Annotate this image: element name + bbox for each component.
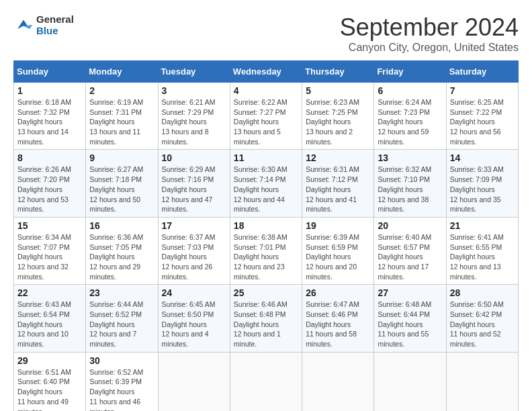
day-cell: 6 Sunrise: 6:24 AM Sunset: 7:23 PM Dayli… [374, 83, 446, 150]
day-info: Sunrise: 6:52 AM Sunset: 6:39 PM Dayligh… [89, 367, 154, 411]
day-number: 12 [306, 152, 370, 163]
day-cell [230, 352, 302, 411]
day-info: Sunrise: 6:19 AM Sunset: 7:31 PM Dayligh… [89, 97, 154, 146]
day-number: 28 [450, 287, 515, 298]
day-info: Sunrise: 6:29 AM Sunset: 7:16 PM Dayligh… [162, 165, 226, 214]
day-number: 25 [234, 287, 298, 298]
day-number: 19 [306, 220, 370, 231]
day-cell: 5 Sunrise: 6:23 AM Sunset: 7:25 PM Dayli… [302, 83, 374, 150]
weekday-header-row: Sunday Monday Tuesday Wednesday Thursday… [14, 61, 519, 83]
day-info: Sunrise: 6:25 AM Sunset: 7:22 PM Dayligh… [450, 97, 515, 146]
day-cell: 12 Sunrise: 6:31 AM Sunset: 7:12 PM Dayl… [302, 150, 374, 217]
day-number: 4 [234, 85, 298, 96]
day-cell: 16 Sunrise: 6:36 AM Sunset: 7:05 PM Dayl… [86, 217, 158, 284]
day-cell: 17 Sunrise: 6:37 AM Sunset: 7:03 PM Dayl… [158, 217, 230, 284]
day-number: 17 [162, 220, 226, 231]
day-info: Sunrise: 6:47 AM Sunset: 6:46 PM Dayligh… [306, 300, 370, 349]
day-number: 20 [378, 220, 442, 231]
day-info: Sunrise: 6:24 AM Sunset: 7:23 PM Dayligh… [378, 97, 442, 146]
day-info: Sunrise: 6:30 AM Sunset: 7:14 PM Dayligh… [234, 165, 298, 214]
day-cell: 29 Sunrise: 6:51 AM Sunset: 6:40 PM Dayl… [14, 352, 86, 411]
day-info: Sunrise: 6:31 AM Sunset: 7:12 PM Dayligh… [306, 165, 370, 214]
day-cell: 24 Sunrise: 6:45 AM Sunset: 6:50 PM Dayl… [158, 285, 230, 352]
day-info: Sunrise: 6:36 AM Sunset: 7:05 PM Dayligh… [89, 232, 154, 281]
day-cell: 4 Sunrise: 6:22 AM Sunset: 7:27 PM Dayli… [230, 83, 302, 150]
header-sunday: Sunday [14, 61, 86, 83]
calendar-table: Sunday Monday Tuesday Wednesday Thursday… [13, 60, 519, 411]
day-info: Sunrise: 6:45 AM Sunset: 6:50 PM Dayligh… [162, 300, 226, 349]
day-info: Sunrise: 6:48 AM Sunset: 6:44 PM Dayligh… [378, 300, 442, 349]
day-cell [446, 352, 518, 411]
week-row-4: 22 Sunrise: 6:43 AM Sunset: 6:54 PM Dayl… [14, 285, 519, 352]
day-number: 3 [162, 85, 226, 96]
day-cell: 11 Sunrise: 6:30 AM Sunset: 7:14 PM Dayl… [230, 150, 302, 217]
day-number: 11 [234, 152, 298, 163]
day-cell [302, 352, 374, 411]
day-info: Sunrise: 6:41 AM Sunset: 6:55 PM Dayligh… [450, 232, 515, 281]
logo-general-text: General [36, 13, 74, 25]
day-cell: 1 Sunrise: 6:18 AM Sunset: 7:32 PM Dayli… [14, 83, 86, 150]
day-number: 21 [450, 220, 515, 231]
day-info: Sunrise: 6:51 AM Sunset: 6:40 PM Dayligh… [17, 367, 82, 411]
day-number: 13 [378, 152, 442, 163]
day-info: Sunrise: 6:33 AM Sunset: 7:09 PM Dayligh… [450, 165, 515, 214]
day-cell: 15 Sunrise: 6:34 AM Sunset: 7:07 PM Dayl… [14, 217, 86, 284]
day-cell: 9 Sunrise: 6:27 AM Sunset: 7:18 PM Dayli… [86, 150, 158, 217]
day-info: Sunrise: 6:39 AM Sunset: 6:59 PM Dayligh… [306, 232, 370, 281]
day-number: 26 [306, 287, 370, 298]
day-number: 1 [17, 85, 82, 96]
header-saturday: Saturday [446, 61, 518, 83]
day-cell: 26 Sunrise: 6:47 AM Sunset: 6:46 PM Dayl… [302, 285, 374, 352]
day-cell: 30 Sunrise: 6:52 AM Sunset: 6:39 PM Dayl… [86, 352, 158, 411]
day-cell: 28 Sunrise: 6:50 AM Sunset: 6:42 PM Dayl… [446, 285, 518, 352]
day-number: 8 [17, 152, 82, 163]
day-info: Sunrise: 6:46 AM Sunset: 6:48 PM Dayligh… [234, 300, 298, 349]
day-cell: 19 Sunrise: 6:39 AM Sunset: 6:59 PM Dayl… [302, 217, 374, 284]
day-number: 5 [306, 85, 370, 96]
day-info: Sunrise: 6:44 AM Sunset: 6:52 PM Dayligh… [89, 300, 154, 349]
header-tuesday: Tuesday [158, 61, 230, 83]
day-number: 15 [17, 220, 82, 231]
day-info: Sunrise: 6:27 AM Sunset: 7:18 PM Dayligh… [89, 165, 154, 214]
day-number: 24 [162, 287, 226, 298]
header-monday: Monday [86, 61, 158, 83]
week-row-2: 8 Sunrise: 6:26 AM Sunset: 7:20 PM Dayli… [14, 150, 519, 217]
day-cell: 13 Sunrise: 6:32 AM Sunset: 7:10 PM Dayl… [374, 150, 446, 217]
day-number: 30 [89, 355, 154, 366]
day-info: Sunrise: 6:32 AM Sunset: 7:10 PM Dayligh… [378, 165, 442, 214]
week-row-3: 15 Sunrise: 6:34 AM Sunset: 7:07 PM Dayl… [14, 217, 519, 284]
day-cell: 2 Sunrise: 6:19 AM Sunset: 7:31 PM Dayli… [86, 83, 158, 150]
header-friday: Friday [374, 61, 446, 83]
day-info: Sunrise: 6:18 AM Sunset: 7:32 PM Dayligh… [17, 97, 82, 146]
day-cell: 8 Sunrise: 6:26 AM Sunset: 7:20 PM Dayli… [14, 150, 86, 217]
day-cell: 22 Sunrise: 6:43 AM Sunset: 6:54 PM Dayl… [14, 285, 86, 352]
day-cell: 18 Sunrise: 6:38 AM Sunset: 7:01 PM Dayl… [230, 217, 302, 284]
day-info: Sunrise: 6:43 AM Sunset: 6:54 PM Dayligh… [17, 300, 82, 349]
day-info: Sunrise: 6:37 AM Sunset: 7:03 PM Dayligh… [162, 232, 226, 281]
day-cell: 27 Sunrise: 6:48 AM Sunset: 6:44 PM Dayl… [374, 285, 446, 352]
header-wednesday: Wednesday [230, 61, 302, 83]
week-row-5: 29 Sunrise: 6:51 AM Sunset: 6:40 PM Dayl… [14, 352, 519, 411]
day-cell: 3 Sunrise: 6:21 AM Sunset: 7:29 PM Dayli… [158, 83, 230, 150]
day-number: 22 [17, 287, 82, 298]
day-cell [158, 352, 230, 411]
day-info: Sunrise: 6:38 AM Sunset: 7:01 PM Dayligh… [234, 232, 298, 281]
day-cell [374, 352, 446, 411]
logo-blue-text: Blue [36, 25, 74, 36]
day-info: Sunrise: 6:21 AM Sunset: 7:29 PM Dayligh… [162, 97, 226, 146]
day-cell: 21 Sunrise: 6:41 AM Sunset: 6:55 PM Dayl… [446, 217, 518, 284]
day-number: 27 [378, 287, 442, 298]
day-info: Sunrise: 6:50 AM Sunset: 6:42 PM Dayligh… [450, 300, 515, 349]
day-cell: 7 Sunrise: 6:25 AM Sunset: 7:22 PM Dayli… [446, 83, 518, 150]
day-cell: 10 Sunrise: 6:29 AM Sunset: 7:16 PM Dayl… [158, 150, 230, 217]
month-title: September 2024 [340, 13, 519, 42]
week-row-1: 1 Sunrise: 6:18 AM Sunset: 7:32 PM Dayli… [14, 83, 519, 150]
day-number: 10 [162, 152, 226, 163]
day-number: 9 [89, 152, 154, 163]
day-number: 16 [89, 220, 154, 231]
day-number: 14 [450, 152, 515, 163]
day-cell: 25 Sunrise: 6:46 AM Sunset: 6:48 PM Dayl… [230, 285, 302, 352]
day-info: Sunrise: 6:34 AM Sunset: 7:07 PM Dayligh… [17, 232, 82, 281]
day-cell: 14 Sunrise: 6:33 AM Sunset: 7:09 PM Dayl… [446, 150, 518, 217]
day-info: Sunrise: 6:40 AM Sunset: 6:57 PM Dayligh… [378, 232, 442, 281]
